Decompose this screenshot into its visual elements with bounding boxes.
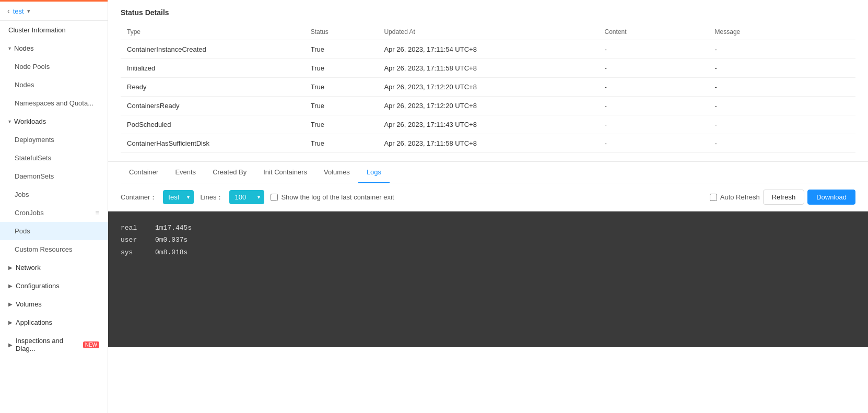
log-line: user0m0.037s — [121, 234, 855, 246]
log-key: sys — [121, 246, 147, 258]
cronjobs-menu-icon: ≡ — [95, 209, 99, 217]
cell-message: - — [709, 59, 855, 78]
cell-message: - — [709, 78, 855, 97]
sidebar-item-label: Applications — [16, 318, 52, 326]
network-expand-icon: ▶ — [8, 265, 13, 270]
status-details-section: Status Details Type Status Updated At Co… — [108, 0, 868, 161]
sidebar-header: ‹ test ▾ — [0, 2, 108, 21]
applications-expand-icon: ▶ — [8, 320, 13, 325]
table-row: Ready True Apr 26, 2023, 17:12:20 UTC+8 … — [121, 78, 855, 97]
section-title: Status Details — [121, 8, 855, 17]
log-value: 0m8.018s — [155, 246, 187, 258]
sidebar-item-deployments[interactable]: Deployments — [0, 131, 108, 149]
sidebar-item-cluster-information[interactable]: Cluster Information — [0, 21, 108, 39]
refresh-button[interactable]: Refresh — [763, 190, 805, 205]
sidebar: ‹ test ▾ Cluster Information ▾ Nodes Nod… — [0, 0, 108, 413]
sidebar-section-nodes[interactable]: ▾ Nodes — [0, 39, 108, 57]
cell-updated: Apr 26, 2023, 17:11:58 UTC+8 — [378, 59, 598, 78]
cell-status: True — [304, 40, 378, 59]
sidebar-item-label: Pods — [15, 227, 30, 235]
sidebar-item-label: Namespaces and Quota... — [15, 99, 93, 107]
tab-volumes[interactable]: Volumes — [315, 162, 358, 183]
cell-message: - — [709, 97, 855, 115]
status-table: Type Status Updated At Content Message C… — [121, 24, 855, 153]
cell-type: Initialized — [121, 59, 304, 78]
cluster-name[interactable]: test — [13, 7, 24, 15]
workloads-collapse-icon: ▾ — [8, 119, 11, 124]
sidebar-item-inspections[interactable]: ▶ Inspections and Diag... NEW — [0, 332, 108, 358]
cell-message: - — [709, 115, 855, 134]
log-value: 1m17.445s — [155, 222, 192, 234]
last-exit-label: Show the log of the last container exit — [281, 193, 394, 201]
sidebar-item-applications[interactable]: ▶ Applications — [0, 313, 108, 332]
col-header-status: Status — [304, 24, 378, 40]
sidebar-item-label: Network — [16, 264, 41, 272]
configurations-expand-icon: ▶ — [8, 283, 13, 289]
log-key: user — [121, 234, 147, 246]
sidebar-item-namespaces-quota[interactable]: Namespaces and Quota... — [0, 94, 108, 112]
lines-label: Lines： — [200, 193, 223, 202]
table-row: PodScheduled True Apr 26, 2023, 17:11:43… — [121, 115, 855, 134]
sidebar-item-label: Configurations — [16, 282, 60, 290]
table-row: ContainerInstanceCreated True Apr 26, 20… — [121, 40, 855, 59]
sidebar-item-network[interactable]: ▶ Network — [0, 258, 108, 277]
col-header-updated: Updated At — [378, 24, 598, 40]
sidebar-item-jobs[interactable]: Jobs — [0, 185, 108, 204]
lines-select[interactable]: 100 200 500 1000 — [229, 190, 264, 204]
download-button[interactable]: Download — [807, 190, 855, 205]
sidebar-item-statefulsets[interactable]: StatefulSets — [0, 149, 108, 167]
sidebar-item-node-pools[interactable]: Node Pools — [0, 57, 108, 76]
sidebar-item-label: Volumes — [16, 300, 42, 308]
sidebar-item-label: CronJobs — [15, 209, 44, 217]
sidebar-item-label: Jobs — [15, 191, 29, 198]
last-exit-checkbox-container[interactable]: Show the log of the last container exit — [271, 193, 394, 201]
sidebar-section-workloads[interactable]: ▾ Workloads — [0, 112, 108, 131]
nodes-collapse-icon: ▾ — [8, 45, 11, 51]
lines-select-container: 100 200 500 1000 ▾ — [229, 190, 264, 204]
tab-logs[interactable]: Logs — [358, 162, 390, 183]
sidebar-item-configurations[interactable]: ▶ Configurations — [0, 277, 108, 295]
col-header-type: Type — [121, 24, 304, 40]
sidebar-item-label: Deployments — [15, 136, 54, 144]
cell-updated: Apr 26, 2023, 17:11:58 UTC+8 — [378, 134, 598, 153]
sidebar-item-nodes[interactable]: Nodes — [0, 76, 108, 94]
table-row: Initialized True Apr 26, 2023, 17:11:58 … — [121, 59, 855, 78]
new-badge: NEW — [83, 341, 99, 348]
log-value: 0m0.037s — [155, 234, 187, 246]
tab-events[interactable]: Events — [167, 162, 204, 183]
auto-refresh-checkbox[interactable] — [710, 194, 717, 201]
cell-type: PodScheduled — [121, 115, 304, 134]
container-select[interactable]: test — [163, 190, 194, 204]
cell-updated: Apr 26, 2023, 17:12:20 UTC+8 — [378, 78, 598, 97]
cell-message: - — [709, 134, 855, 153]
cell-updated: Apr 26, 2023, 17:11:43 UTC+8 — [378, 115, 598, 134]
sidebar-item-label: DaemonSets — [15, 172, 54, 180]
cell-type: ContainerInstanceCreated — [121, 40, 304, 59]
sidebar-item-volumes[interactable]: ▶ Volumes — [0, 295, 108, 313]
col-header-message: Message — [709, 24, 855, 40]
tab-container[interactable]: Container — [121, 162, 167, 183]
tabs-bar: ContainerEventsCreated ByInit Containers… — [121, 162, 855, 183]
sidebar-item-pods[interactable]: Pods — [0, 222, 108, 240]
table-row: ContainerHasSufficientDisk True Apr 26, … — [121, 134, 855, 153]
cell-type: ContainersReady — [121, 97, 304, 115]
auto-refresh-container: Auto Refresh Refresh Download — [710, 190, 855, 205]
last-exit-checkbox[interactable] — [271, 194, 278, 201]
cell-content: - — [599, 97, 709, 115]
back-icon[interactable]: ‹ — [7, 7, 10, 15]
cell-status: True — [304, 78, 378, 97]
tab-created-by[interactable]: Created By — [204, 162, 255, 183]
cell-updated: Apr 26, 2023, 17:12:20 UTC+8 — [378, 97, 598, 115]
log-key: real — [121, 222, 147, 234]
cell-updated: Apr 26, 2023, 17:11:54 UTC+8 — [378, 40, 598, 59]
sidebar-item-label: Node Pools — [15, 63, 50, 70]
tab-init-containers[interactable]: Init Containers — [255, 162, 315, 183]
sidebar-item-daemonsets[interactable]: DaemonSets — [0, 167, 108, 185]
table-row: ContainersReady True Apr 26, 2023, 17:12… — [121, 97, 855, 115]
volumes-expand-icon: ▶ — [8, 301, 13, 307]
sidebar-item-cronjobs[interactable]: CronJobs ≡ — [0, 204, 108, 222]
tabs-section: ContainerEventsCreated ByInit Containers… — [108, 161, 868, 183]
sidebar-item-label: Cluster Information — [8, 26, 66, 34]
sidebar-item-custom-resources[interactable]: Custom Resources — [0, 240, 108, 258]
cluster-dropdown-icon[interactable]: ▾ — [27, 8, 30, 15]
